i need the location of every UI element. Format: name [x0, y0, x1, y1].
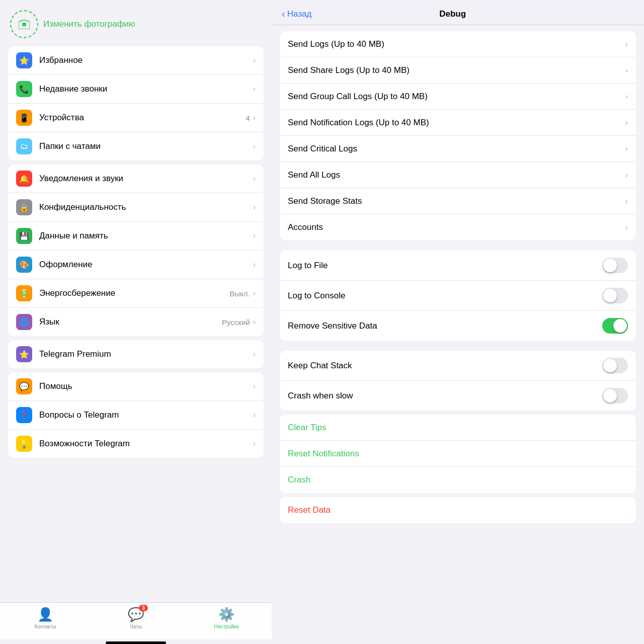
tab-chats-label: Чаты	[130, 624, 142, 629]
crash-label: Crash	[288, 475, 310, 485]
appearance-chevron: ›	[253, 260, 256, 269]
premium-chevron: ›	[253, 350, 256, 359]
change-photo-label: Изменить фотографию	[43, 19, 135, 29]
settings-icon: ⚙️	[218, 607, 234, 622]
log_to_console-toggle[interactable]	[602, 288, 628, 303]
crash_when_slow-toggle[interactable]	[602, 388, 628, 404]
appearance-icon: 🎨	[16, 257, 32, 273]
send_critical_logs-chevron: ›	[625, 144, 628, 153]
debug-item-send_critical_logs[interactable]: Send Critical Logs›	[280, 136, 636, 162]
settings-item-notifications[interactable]: 🔔Уведомления и звуки›	[8, 165, 264, 193]
settings-item-recent_calls[interactable]: 📞Недавние звонки›	[8, 75, 264, 104]
toggle-item-log_to_file: Log to File	[280, 251, 636, 281]
remove_sensitive_data-label: Remove Sensitive Data	[288, 321, 602, 331]
debug-item-send_storage_stats[interactable]: Send Storage Stats›	[280, 188, 636, 214]
tab-contacts[interactable]: 👤 Контакты	[0, 607, 91, 629]
settings-groups: ⭐Избранное›📞Недавние звонки›📱Устройства4…	[0, 46, 272, 462]
send_notification_logs-chevron: ›	[625, 118, 628, 127]
appearance-label: Оформление	[39, 260, 253, 270]
debug-item-send_logs[interactable]: Send Logs (Up to 40 MB)›	[280, 31, 636, 57]
debug-item-send_notification_logs[interactable]: Send Notification Logs (Up to 40 MB)›	[280, 110, 636, 136]
log-actions-group: Send Logs (Up to 40 MB)›Send Share Logs …	[280, 31, 636, 240]
faq-label: Вопросы о Telegram	[39, 410, 253, 420]
language-chevron: ›	[253, 317, 256, 327]
left-panel: Изменить фотографию ⭐Избранное›📞Недавние…	[0, 0, 272, 644]
send_all_logs-chevron: ›	[625, 171, 628, 180]
chats-icon: 💬 3	[128, 607, 144, 622]
settings-item-favorites[interactable]: ⭐Избранное›	[8, 46, 264, 75]
change-photo-button[interactable]: Изменить фотографию	[10, 10, 135, 38]
send_storage_stats-label: Send Storage Stats	[288, 196, 625, 206]
action-crash[interactable]: Crash	[280, 467, 636, 493]
power-chevron: ›	[253, 289, 256, 298]
settings-item-premium[interactable]: ⭐Telegram Premium›	[8, 340, 264, 368]
remove_sensitive_data-toggle[interactable]	[602, 318, 628, 334]
settings-group-0: ⭐Избранное›📞Недавние звонки›📱Устройства4…	[8, 46, 264, 160]
bottom-spacer	[272, 527, 644, 537]
log_to_console-toggle-knob	[603, 289, 617, 302]
keep_chat_stack-toggle[interactable]	[602, 358, 628, 373]
folders-label: Папки с чатами	[39, 141, 253, 151]
power-badge: Выкл.	[229, 289, 250, 298]
features-chevron: ›	[253, 439, 256, 448]
debug-item-send_share_logs[interactable]: Send Share Logs (Up to 40 MB)›	[280, 57, 636, 84]
settings-item-appearance[interactable]: 🎨Оформление›	[8, 251, 264, 279]
toggles-group-1: Log to FileLog to ConsoleRemove Sensitiv…	[280, 251, 636, 341]
toggle-item-log_to_console: Log to Console	[280, 281, 636, 311]
remove_sensitive_data-toggle-knob	[613, 319, 627, 333]
action-clear_tips[interactable]: Clear Tips	[280, 415, 636, 441]
tab-settings[interactable]: ⚙️ Настройки	[181, 607, 272, 629]
settings-item-folders[interactable]: 🗂Папки с чатами›	[8, 132, 264, 160]
notifications-label: Уведомления и звуки	[39, 174, 253, 184]
tab-settings-label: Настройки	[214, 624, 238, 629]
settings-item-features[interactable]: 💡Возможности Telegram›	[8, 430, 264, 458]
contacts-icon: 👤	[37, 607, 53, 622]
debug-title: Debug	[439, 9, 466, 19]
reset_data-label: Reset Data	[288, 505, 331, 515]
devices-icon: 📱	[16, 110, 32, 126]
chevron-left-icon: ‹	[282, 8, 285, 20]
clear_tips-label: Clear Tips	[288, 423, 327, 433]
favorites-label: Избранное	[39, 55, 253, 65]
settings-item-devices[interactable]: 📱Устройства4›	[8, 104, 264, 132]
settings-item-privacy[interactable]: 🔒Конфиденциальность›	[8, 193, 264, 222]
toggle2-item-keep_chat_stack: Keep Chat Stack	[280, 351, 636, 381]
settings-group-3: 💬Помощь›❓Вопросы о Telegram›💡Возможности…	[8, 372, 264, 458]
premium-label: Telegram Premium	[39, 349, 253, 359]
debug-item-send_all_logs[interactable]: Send All Logs›	[280, 162, 636, 188]
help-chevron: ›	[253, 382, 256, 391]
tab-chats[interactable]: 💬 3 Чаты	[91, 607, 181, 629]
home-indicator	[106, 641, 166, 644]
debug-item-accounts[interactable]: Accounts›	[280, 214, 636, 240]
toggle-item-remove_sensitive_data: Remove Sensitive Data	[280, 311, 636, 341]
data-icon: 💾	[16, 228, 32, 244]
right-panel: ‹ Назад Debug Send Logs (Up to 40 MB)›Se…	[272, 0, 644, 644]
keep_chat_stack-toggle-knob	[603, 359, 617, 372]
profile-section: Изменить фотографию	[0, 0, 272, 46]
settings-item-help[interactable]: 💬Помощь›	[8, 372, 264, 401]
send_share_logs-label: Send Share Logs (Up to 40 MB)	[288, 65, 625, 75]
help-label: Помощь	[39, 381, 253, 391]
red-action-group: Reset Data	[280, 497, 636, 523]
chats-badge: 3	[139, 605, 148, 611]
power-icon: 🔋	[16, 285, 32, 301]
language-badge: Русский	[222, 318, 250, 327]
settings-item-faq[interactable]: ❓Вопросы о Telegram›	[8, 401, 264, 430]
back-button[interactable]: ‹ Назад	[282, 8, 311, 20]
recent_calls-label: Недавние звонки	[39, 84, 253, 94]
settings-item-power[interactable]: 🔋ЭнергосбережениеВыкл.›	[8, 279, 264, 308]
action-reset_data[interactable]: Reset Data	[280, 497, 636, 523]
action-reset_notifications[interactable]: Reset Notifications	[280, 441, 636, 467]
log_to_file-toggle[interactable]	[602, 258, 628, 273]
tab-contacts-label: Контакты	[34, 624, 56, 629]
crash_when_slow-toggle-knob	[603, 389, 617, 403]
send_critical_logs-label: Send Critical Logs	[288, 144, 625, 154]
settings-group-1: 🔔Уведомления и звуки›🔒Конфиденциальность…	[8, 165, 264, 336]
favorites-icon: ⭐	[16, 52, 32, 68]
settings-item-data[interactable]: 💾Данные и память›	[8, 222, 264, 251]
recent_calls-chevron: ›	[253, 85, 256, 94]
favorites-chevron: ›	[253, 56, 256, 65]
debug-item-send_group_call_logs[interactable]: Send Group Call Logs (Up to 40 MB)›	[280, 84, 636, 110]
toggles-group-2: Keep Chat StackCrash when slow	[280, 351, 636, 411]
settings-item-language[interactable]: 🌐ЯзыкРусский›	[8, 308, 264, 336]
